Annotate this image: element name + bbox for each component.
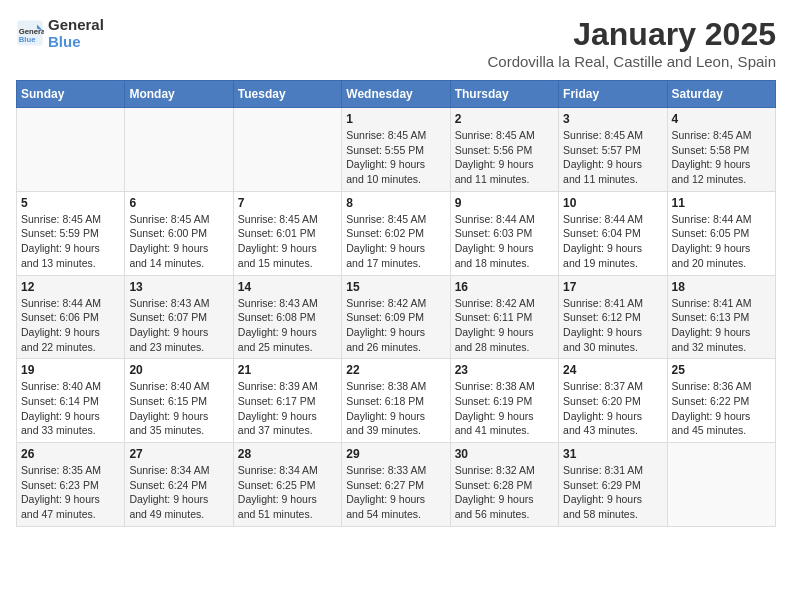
- calendar-cell: 11Sunrise: 8:44 AM Sunset: 6:05 PM Dayli…: [667, 191, 775, 275]
- calendar-cell: 18Sunrise: 8:41 AM Sunset: 6:13 PM Dayli…: [667, 275, 775, 359]
- day-number: 31: [563, 447, 662, 461]
- day-number: 4: [672, 112, 771, 126]
- cell-content: Sunrise: 8:40 AM Sunset: 6:14 PM Dayligh…: [21, 379, 120, 438]
- cell-content: Sunrise: 8:35 AM Sunset: 6:23 PM Dayligh…: [21, 463, 120, 522]
- cell-content: Sunrise: 8:45 AM Sunset: 6:00 PM Dayligh…: [129, 212, 228, 271]
- weekday-header-saturday: Saturday: [667, 81, 775, 108]
- day-number: 9: [455, 196, 554, 210]
- calendar-week-row: 26Sunrise: 8:35 AM Sunset: 6:23 PM Dayli…: [17, 443, 776, 527]
- calendar-cell: 19Sunrise: 8:40 AM Sunset: 6:14 PM Dayli…: [17, 359, 125, 443]
- cell-content: Sunrise: 8:44 AM Sunset: 6:03 PM Dayligh…: [455, 212, 554, 271]
- weekday-header-monday: Monday: [125, 81, 233, 108]
- day-number: 17: [563, 280, 662, 294]
- svg-text:Blue: Blue: [19, 35, 36, 44]
- weekday-header-thursday: Thursday: [450, 81, 558, 108]
- cell-content: Sunrise: 8:37 AM Sunset: 6:20 PM Dayligh…: [563, 379, 662, 438]
- calendar-week-row: 1Sunrise: 8:45 AM Sunset: 5:55 PM Daylig…: [17, 108, 776, 192]
- calendar-cell: 13Sunrise: 8:43 AM Sunset: 6:07 PM Dayli…: [125, 275, 233, 359]
- calendar-cell: [17, 108, 125, 192]
- cell-content: Sunrise: 8:45 AM Sunset: 5:55 PM Dayligh…: [346, 128, 445, 187]
- cell-content: Sunrise: 8:45 AM Sunset: 5:57 PM Dayligh…: [563, 128, 662, 187]
- cell-content: Sunrise: 8:43 AM Sunset: 6:07 PM Dayligh…: [129, 296, 228, 355]
- calendar-week-row: 5Sunrise: 8:45 AM Sunset: 5:59 PM Daylig…: [17, 191, 776, 275]
- day-number: 29: [346, 447, 445, 461]
- weekday-header-row: SundayMondayTuesdayWednesdayThursdayFrid…: [17, 81, 776, 108]
- cell-content: Sunrise: 8:31 AM Sunset: 6:29 PM Dayligh…: [563, 463, 662, 522]
- calendar-cell: 3Sunrise: 8:45 AM Sunset: 5:57 PM Daylig…: [559, 108, 667, 192]
- cell-content: Sunrise: 8:34 AM Sunset: 6:25 PM Dayligh…: [238, 463, 337, 522]
- logo-line2: Blue: [48, 33, 104, 50]
- calendar-cell: 17Sunrise: 8:41 AM Sunset: 6:12 PM Dayli…: [559, 275, 667, 359]
- day-number: 30: [455, 447, 554, 461]
- day-number: 8: [346, 196, 445, 210]
- cell-content: Sunrise: 8:40 AM Sunset: 6:15 PM Dayligh…: [129, 379, 228, 438]
- calendar-cell: 12Sunrise: 8:44 AM Sunset: 6:06 PM Dayli…: [17, 275, 125, 359]
- calendar-cell: 25Sunrise: 8:36 AM Sunset: 6:22 PM Dayli…: [667, 359, 775, 443]
- calendar-cell: 4Sunrise: 8:45 AM Sunset: 5:58 PM Daylig…: [667, 108, 775, 192]
- day-number: 16: [455, 280, 554, 294]
- calendar-cell: 27Sunrise: 8:34 AM Sunset: 6:24 PM Dayli…: [125, 443, 233, 527]
- cell-content: Sunrise: 8:45 AM Sunset: 5:59 PM Dayligh…: [21, 212, 120, 271]
- calendar-cell: 29Sunrise: 8:33 AM Sunset: 6:27 PM Dayli…: [342, 443, 450, 527]
- calendar-cell: 9Sunrise: 8:44 AM Sunset: 6:03 PM Daylig…: [450, 191, 558, 275]
- calendar-cell: [667, 443, 775, 527]
- calendar-cell: 1Sunrise: 8:45 AM Sunset: 5:55 PM Daylig…: [342, 108, 450, 192]
- cell-content: Sunrise: 8:36 AM Sunset: 6:22 PM Dayligh…: [672, 379, 771, 438]
- cell-content: Sunrise: 8:42 AM Sunset: 6:09 PM Dayligh…: [346, 296, 445, 355]
- weekday-header-friday: Friday: [559, 81, 667, 108]
- cell-content: Sunrise: 8:39 AM Sunset: 6:17 PM Dayligh…: [238, 379, 337, 438]
- cell-content: Sunrise: 8:38 AM Sunset: 6:19 PM Dayligh…: [455, 379, 554, 438]
- logo-line1: General: [48, 16, 104, 33]
- day-number: 13: [129, 280, 228, 294]
- cell-content: Sunrise: 8:45 AM Sunset: 6:01 PM Dayligh…: [238, 212, 337, 271]
- calendar-cell: 30Sunrise: 8:32 AM Sunset: 6:28 PM Dayli…: [450, 443, 558, 527]
- day-number: 26: [21, 447, 120, 461]
- day-number: 20: [129, 363, 228, 377]
- cell-content: Sunrise: 8:38 AM Sunset: 6:18 PM Dayligh…: [346, 379, 445, 438]
- cell-content: Sunrise: 8:44 AM Sunset: 6:04 PM Dayligh…: [563, 212, 662, 271]
- day-number: 2: [455, 112, 554, 126]
- calendar-cell: 6Sunrise: 8:45 AM Sunset: 6:00 PM Daylig…: [125, 191, 233, 275]
- calendar-cell: 20Sunrise: 8:40 AM Sunset: 6:15 PM Dayli…: [125, 359, 233, 443]
- page-subtitle: Cordovilla la Real, Castille and Leon, S…: [487, 53, 776, 70]
- calendar-cell: 21Sunrise: 8:39 AM Sunset: 6:17 PM Dayli…: [233, 359, 341, 443]
- day-number: 19: [21, 363, 120, 377]
- day-number: 1: [346, 112, 445, 126]
- cell-content: Sunrise: 8:42 AM Sunset: 6:11 PM Dayligh…: [455, 296, 554, 355]
- calendar-cell: 7Sunrise: 8:45 AM Sunset: 6:01 PM Daylig…: [233, 191, 341, 275]
- day-number: 5: [21, 196, 120, 210]
- cell-content: Sunrise: 8:43 AM Sunset: 6:08 PM Dayligh…: [238, 296, 337, 355]
- calendar-table: SundayMondayTuesdayWednesdayThursdayFrid…: [16, 80, 776, 527]
- day-number: 18: [672, 280, 771, 294]
- day-number: 10: [563, 196, 662, 210]
- day-number: 22: [346, 363, 445, 377]
- cell-content: Sunrise: 8:44 AM Sunset: 6:05 PM Dayligh…: [672, 212, 771, 271]
- calendar-cell: 22Sunrise: 8:38 AM Sunset: 6:18 PM Dayli…: [342, 359, 450, 443]
- logo-icon: General Blue: [16, 19, 44, 47]
- calendar-cell: 31Sunrise: 8:31 AM Sunset: 6:29 PM Dayli…: [559, 443, 667, 527]
- calendar-cell: 2Sunrise: 8:45 AM Sunset: 5:56 PM Daylig…: [450, 108, 558, 192]
- cell-content: Sunrise: 8:45 AM Sunset: 5:56 PM Dayligh…: [455, 128, 554, 187]
- calendar-cell: 24Sunrise: 8:37 AM Sunset: 6:20 PM Dayli…: [559, 359, 667, 443]
- calendar-cell: [233, 108, 341, 192]
- day-number: 14: [238, 280, 337, 294]
- day-number: 25: [672, 363, 771, 377]
- cell-content: Sunrise: 8:45 AM Sunset: 6:02 PM Dayligh…: [346, 212, 445, 271]
- calendar-cell: 10Sunrise: 8:44 AM Sunset: 6:04 PM Dayli…: [559, 191, 667, 275]
- day-number: 6: [129, 196, 228, 210]
- weekday-header-wednesday: Wednesday: [342, 81, 450, 108]
- weekday-header-tuesday: Tuesday: [233, 81, 341, 108]
- cell-content: Sunrise: 8:45 AM Sunset: 5:58 PM Dayligh…: [672, 128, 771, 187]
- day-number: 21: [238, 363, 337, 377]
- day-number: 24: [563, 363, 662, 377]
- day-number: 11: [672, 196, 771, 210]
- calendar-cell: 28Sunrise: 8:34 AM Sunset: 6:25 PM Dayli…: [233, 443, 341, 527]
- cell-content: Sunrise: 8:33 AM Sunset: 6:27 PM Dayligh…: [346, 463, 445, 522]
- page-title: January 2025: [487, 16, 776, 53]
- calendar-week-row: 12Sunrise: 8:44 AM Sunset: 6:06 PM Dayli…: [17, 275, 776, 359]
- day-number: 23: [455, 363, 554, 377]
- cell-content: Sunrise: 8:34 AM Sunset: 6:24 PM Dayligh…: [129, 463, 228, 522]
- cell-content: Sunrise: 8:41 AM Sunset: 6:13 PM Dayligh…: [672, 296, 771, 355]
- title-area: January 2025 Cordovilla la Real, Castill…: [487, 16, 776, 70]
- cell-content: Sunrise: 8:32 AM Sunset: 6:28 PM Dayligh…: [455, 463, 554, 522]
